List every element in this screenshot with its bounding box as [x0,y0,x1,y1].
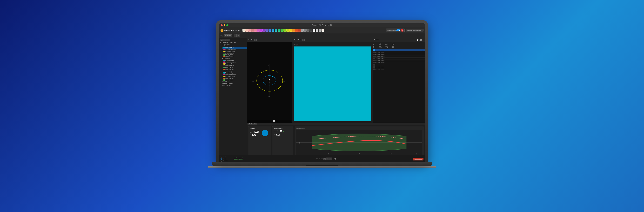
tree-item-drupa-black[interactable]: DrupaBox_Black [222,52,247,54]
swatch-item[interactable] [301,29,304,32]
swatch-item[interactable] [251,29,254,32]
color-dot-icon [224,53,225,54]
table-row[interactable]: 2014-10-13 09:30:08 [373,51,425,53]
visual-color-dropdown[interactable]: ▾ [302,39,304,41]
tree-item-undertone-p366c[interactable]: P366C_LPGB [222,67,247,68]
lab-plot-more-btn[interactable]: ··· [290,39,291,41]
quick-compare-btn[interactable]: Quick Compare [220,39,230,41]
swatch-item[interactable] [304,29,306,32]
swatch-item[interactable] [292,29,295,32]
swatch-item[interactable] [316,29,318,32]
tree-item-dotgain-magenta[interactable]: DrupaBox_Magenta [222,74,247,75]
tree-item-dotgain[interactable]: ▾ Dot Gain (TVI) [221,70,247,72]
swatch-item[interactable] [254,29,257,32]
swatch-item[interactable] [310,29,312,32]
mac-close-btn[interactable] [221,24,223,26]
radio-contractsv[interactable]: Contractsv [220,160,228,162]
tree-item-undertone-yellow[interactable]: DrupaBox_Yellow [222,63,247,65]
close-colorcart-btn[interactable]: × [401,29,404,32]
tree-item-undertones[interactable]: ▾ Undertones [221,58,247,59]
swatch-item[interactable] [286,29,289,32]
swatch-item[interactable] [278,29,280,32]
tree-item-label: DrupaBox_Magenta [225,49,236,50]
close-job-btn[interactable]: CLOSE JOB [413,158,424,160]
table-row[interactable]: 2014-10-13 09:30:08 0.47 [373,49,425,51]
swatch-item[interactable] [266,29,268,32]
info-icon[interactable]: i [220,35,223,37]
tree-item-substrate[interactable]: Substrate_DrupaBox [221,83,247,84]
job-status: Job Completed Job Submitted [233,157,243,160]
table-row[interactable]: 2014-10-13 09:30:08 [373,66,425,68]
swatch-item[interactable] [322,29,324,32]
pallet-info: Pallet 80 / 80 ▾ ‹ › [316,158,332,160]
swatch-item[interactable] [318,29,321,32]
tree-item-drupa-magenta[interactable]: DrupaBox_Magenta [222,49,247,50]
table-row[interactable]: 2014-10-13 09:30:08 [373,58,425,60]
mac-max-btn[interactable] [226,24,228,26]
swatch-item[interactable] [295,29,298,32]
auto-ticks-btn[interactable]: Auto Ticks [224,34,232,37]
swatch-item[interactable] [242,29,245,32]
tree-item-f2587c[interactable]: F2587C_LPGB [222,56,247,58]
tree-item-dotgain-cyan[interactable]: DrupaBox_Cyan [222,72,247,74]
bestmatch-dropdown[interactable]: BestMatch™ ▾ [248,123,257,125]
nav-prev-btn[interactable]: ‹ [234,34,236,37]
row-timestamp: 2014-10-13 09:30:08 [375,62,424,63]
row-color-indicator [374,54,375,55]
swatch-item[interactable] [307,29,310,32]
bestmatch-deltae-label: ΔE: [274,134,276,135]
nav-next-btn[interactable]: › [237,34,240,37]
tree-item-dotgain-p366c[interactable]: P366C_LPGB [222,79,247,81]
row-value: 0.47 [422,50,424,51]
pallet-next-btn[interactable]: › [329,158,332,160]
table-row[interactable]: 2014-10-13 09:30:08 [373,55,425,58]
tree-more-btn[interactable]: ··· [244,39,246,41]
tree-item-minddot[interactable]: MindDot [221,81,247,83]
table-row[interactable]: 2014-10-13 09:30:08 [373,62,425,64]
visual-color-title: Visual Color [294,39,301,41]
table-row[interactable]: 2014-10-13 09:30:08 [373,60,425,62]
visual-color-panel: Visual Color ▾ Target [292,38,373,123]
swatch-item[interactable] [298,29,301,32]
swatch-item[interactable] [289,29,292,32]
tree-item-drupa-cyan[interactable]: DrupaBox_Cyan [222,47,247,49]
swatch-item[interactable] [248,29,251,32]
new-colorcart-btn[interactable]: New ColorCart × [386,29,404,32]
tree-item-visual-checkup[interactable]: Visual Check-Up [221,84,247,86]
swatch-item[interactable] [260,29,263,32]
table-row[interactable]: 2014-10-13 09:30:08 [373,53,425,55]
sample-deltae-row: ΔE: 0.47 [250,134,260,136]
swatch-item[interactable] [272,29,274,32]
swatch-item[interactable] [313,29,315,32]
lab-plot-dropdown[interactable]: ▾ [254,39,256,41]
radio-proof[interactable]: Proof [220,156,228,158]
tree-item-drupa-yellow[interactable]: DrupaBox_Yellow [222,50,247,52]
tree-item-scorecard[interactable]: ▸ Scorecard [221,43,247,45]
swatch-item[interactable] [275,29,277,32]
lab-plot-slider[interactable] [248,121,291,121]
tree-item-undertone-black[interactable]: DrupaBox_Black [222,65,247,67]
swatch-item[interactable] [269,29,272,32]
tree-item-primaries[interactable]: ▾ Primaries [221,45,247,47]
tree-item-dotgain-f2587c[interactable]: F2587C_LPGB [222,77,247,79]
tree-item-undertone-magenta[interactable]: DrupaBox_Magenta [222,61,247,63]
tree-item-p366c[interactable]: P366C_LPGB [222,54,247,56]
colorcart-toggle[interactable] [396,29,400,31]
table-row[interactable]: 2014-10-13 09:30:08 [373,64,425,66]
swatch-item[interactable] [280,29,283,32]
pallet-prev-btn[interactable]: ‹ [326,158,329,160]
table-row[interactable]: 2014-10-13 09:30:08 [373,68,425,70]
mac-min-btn[interactable] [224,24,226,26]
manual-dropdown[interactable]: Manual [Patch By Patch] ▾ [406,29,424,32]
tree-item-dotgain-yellow[interactable]: DrupaBox_Yellow [222,75,247,77]
radio-press[interactable]: Press [220,158,228,160]
tree-item-root[interactable]: ▸ PantoneLIVE Demo 123456 [219,41,247,43]
pallet-dropdown[interactable]: ▾ [323,158,326,160]
tree-item-undertone-cyan[interactable]: DrupaBox_Cyan [222,59,247,61]
swatch-item[interactable] [263,29,266,32]
swatch-item[interactable] [246,29,248,32]
swatch-item[interactable] [284,29,286,32]
swatch-item[interactable] [257,29,260,32]
tree-item-undertone-f2587c[interactable]: F2587C_LPGB [222,68,247,70]
tree-item-label: Dot Gain (TVI) [224,70,232,72]
